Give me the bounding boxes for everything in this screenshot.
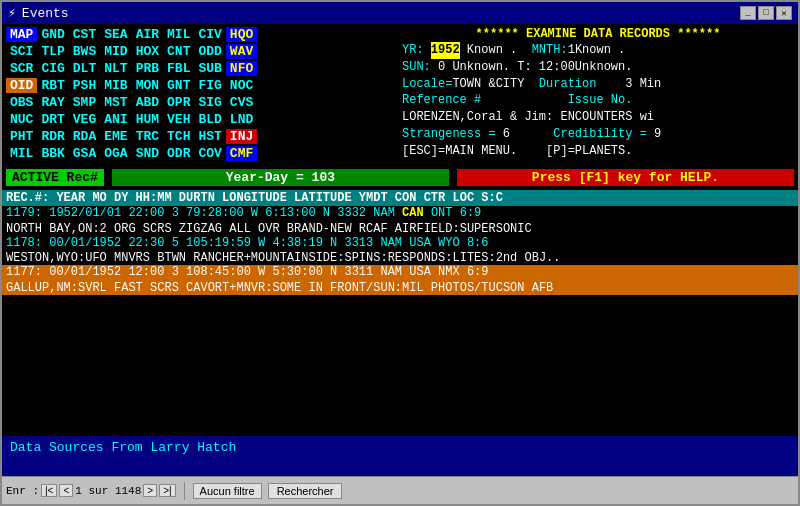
menu-VEH[interactable]: VEH — [163, 112, 194, 127]
table-row[interactable]: 1178: 00/01/1952 22:30 5 105:19:59 W 4:3… — [2, 236, 798, 266]
menu-WAV[interactable]: WAV — [226, 44, 257, 59]
menu-RDA[interactable]: RDA — [69, 129, 100, 144]
menu-COV[interactable]: COV — [194, 146, 225, 161]
menu-PSH[interactable]: PSH — [69, 78, 100, 93]
info-strangeness-line: Strangeness = 6 Credibility = 9 — [402, 126, 794, 143]
menu-GNT[interactable]: GNT — [163, 78, 194, 93]
menu-GSA[interactable]: GSA — [69, 146, 100, 161]
menu-EME[interactable]: EME — [100, 129, 131, 144]
table-row[interactable]: 1179: 1952/01/01 22:00 3 79:28:00 W 6:13… — [2, 206, 798, 236]
info-yr-line: YR: 1952 Known . MNTH: 1 Known . — [402, 42, 794, 59]
filter-button[interactable]: Aucun filtre — [193, 483, 262, 499]
menu-PRB[interactable]: PRB — [132, 61, 163, 76]
menu-BLD[interactable]: BLD — [194, 112, 225, 127]
maximize-button[interactable]: □ — [758, 6, 774, 20]
menu-TLP[interactable]: TLP — [37, 44, 68, 59]
menu-GND[interactable]: GND — [37, 27, 68, 42]
menu-MIL[interactable]: MIL — [163, 27, 194, 42]
menu-HQO[interactable]: HQO — [226, 27, 257, 42]
nav-row-3: SCR CIG DLT NLT PRB FBL SUB NFO — [4, 60, 396, 77]
info-panel: ****** EXAMINE DATA RECORDS ****** YR: 1… — [398, 24, 798, 164]
planets-label: [P]=PLANETS. — [546, 143, 632, 160]
nav-row-7: PHT RDR RDA EME TRC TCH HST INJ — [4, 128, 396, 145]
search-button[interactable]: Rechercher — [268, 483, 343, 499]
nav-last-button[interactable]: >| — [159, 484, 175, 497]
menu-MST[interactable]: MST — [100, 95, 131, 110]
nav-next-button[interactable]: > — [143, 484, 157, 497]
menu-SUB[interactable]: SUB — [194, 61, 225, 76]
menu-DLT[interactable]: DLT — [69, 61, 100, 76]
divider-1 — [184, 482, 185, 500]
main-content: MAP GND CST SEA AIR MIL CIV HQO SCI TLP … — [2, 24, 798, 476]
nav-row-2: SCI TLP BWS MID HOX CNT ODD WAV — [4, 43, 396, 60]
nav-prev-button[interactable]: < — [59, 484, 73, 497]
menu-LND[interactable]: LND — [226, 112, 257, 127]
menu-DRT[interactable]: DRT — [37, 112, 68, 127]
info-sun-line: SUN: 0 Unknown. T: 12:00 Unknown. — [402, 59, 794, 76]
menu-RAY[interactable]: RAY — [37, 95, 68, 110]
menu-CST[interactable]: CST — [69, 27, 100, 42]
yr-value: 1952 — [431, 42, 460, 59]
menu-SEA[interactable]: SEA — [100, 27, 131, 42]
row-1177-main: 1177: 00/01/1952 12:00 3 108:45:00 W 5:3… — [6, 265, 794, 281]
menu-CMF[interactable]: CMF — [226, 146, 257, 161]
menu-AIR[interactable]: AIR — [132, 27, 163, 42]
main-window: ⚡ Events _ □ ✕ MAP GND CST SEA AIR MIL C… — [0, 0, 800, 506]
menu-PHT[interactable]: PHT — [6, 129, 37, 144]
menu-OBS[interactable]: OBS — [6, 95, 37, 110]
menu-CIV[interactable]: CIV — [194, 27, 225, 42]
menu-TRC[interactable]: TRC — [132, 129, 163, 144]
menu-MID[interactable]: MID — [100, 44, 131, 59]
menu-HOX[interactable]: HOX — [132, 44, 163, 59]
nav-row-4: OID RBT PSH MIB MON GNT FIG NOC — [4, 77, 396, 94]
menu-OPR[interactable]: OPR — [163, 95, 194, 110]
menu-NUC[interactable]: NUC — [6, 112, 37, 127]
menu-ODR[interactable]: ODR — [163, 146, 194, 161]
menu-ANI[interactable]: ANI — [100, 112, 131, 127]
menu-FBL[interactable]: FBL — [163, 61, 194, 76]
menu-NFO[interactable]: NFO — [226, 61, 257, 76]
esc-label: [ESC]=MAIN MENU. — [402, 143, 517, 160]
menu-ODD[interactable]: ODD — [194, 44, 225, 59]
close-button[interactable]: ✕ — [776, 6, 792, 20]
minimize-button[interactable]: _ — [740, 6, 756, 20]
menu-BWS[interactable]: BWS — [69, 44, 100, 59]
yr-suffix: Known . — [467, 42, 517, 59]
current-record: 1 sur 1148 — [75, 485, 141, 497]
menu-RDR[interactable]: RDR — [37, 129, 68, 144]
menu-INJ[interactable]: INJ — [226, 129, 257, 144]
table-row[interactable]: 1177: 00/01/1952 12:00 3 108:45:00 W 5:3… — [2, 265, 798, 295]
menu-NOC[interactable]: NOC — [226, 78, 257, 93]
menu-ABD[interactable]: ABD — [132, 95, 163, 110]
menu-MIL2[interactable]: MIL — [6, 146, 37, 161]
menu-RBT[interactable]: RBT — [37, 78, 68, 93]
menu-MIB[interactable]: MIB — [100, 78, 131, 93]
menu-TCH[interactable]: TCH — [163, 129, 194, 144]
menu-CNT[interactable]: CNT — [163, 44, 194, 59]
menu-SCI[interactable]: SCI — [6, 44, 37, 59]
menu-HUM[interactable]: HUM — [132, 112, 163, 127]
nav-first-button[interactable]: |< — [41, 484, 57, 497]
menu-OID[interactable]: OID — [6, 78, 37, 93]
rec-1179: 1179: 1952/01/01 22:00 3 79:28:00 W 6:13… — [6, 206, 402, 220]
menu-HST[interactable]: HST — [194, 129, 225, 144]
can-label: CAN — [402, 206, 424, 220]
menu-FIG[interactable]: FIG — [194, 78, 225, 93]
menu-SND[interactable]: SND — [132, 146, 163, 161]
row-1179-main: 1179: 1952/01/01 22:00 3 79:28:00 W 6:13… — [6, 206, 794, 222]
menu-MAP[interactable]: MAP — [6, 27, 37, 42]
menu-OGA[interactable]: OGA — [100, 146, 131, 161]
menu-SIG[interactable]: SIG — [194, 95, 225, 110]
menu-BBK[interactable]: BBK — [37, 146, 68, 161]
menu-CVS[interactable]: CVS — [226, 95, 257, 110]
menu-CIG[interactable]: CIG — [37, 61, 68, 76]
menu-SCR[interactable]: SCR — [6, 61, 37, 76]
menu-SMP[interactable]: SMP — [69, 95, 100, 110]
locale-label: Locale= — [402, 76, 452, 93]
menu-MON[interactable]: MON — [132, 78, 163, 93]
title-bar-buttons: _ □ ✕ — [740, 6, 792, 20]
menu-NLT[interactable]: NLT — [100, 61, 131, 76]
menu-VEG[interactable]: VEG — [69, 112, 100, 127]
row-1179-desc: NORTH BAY,ON:2 ORG SCRS ZIGZAG ALL OVR B… — [6, 222, 794, 236]
year-day: Year-Day = 103 — [112, 169, 449, 186]
